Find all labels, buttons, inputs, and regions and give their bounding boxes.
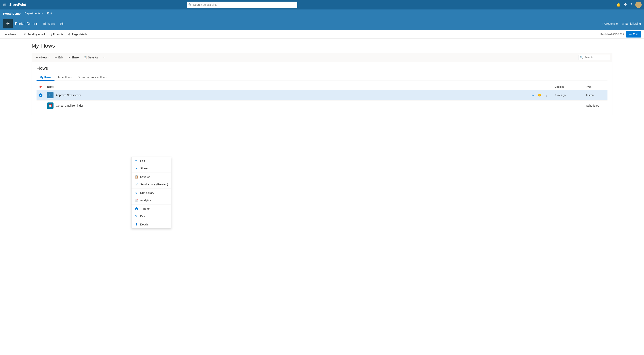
flows-search-icon: 🔍: [580, 56, 583, 59]
star-icon: ☆: [622, 22, 624, 25]
row-type-cell: Instant: [584, 90, 608, 100]
search-container: 🔍: [187, 2, 297, 8]
page-details-label: Page details: [72, 33, 87, 36]
not-following-button[interactable]: ☆ Not following: [622, 22, 641, 25]
context-saveas-icon: 📋: [135, 175, 138, 179]
suite-navigation: Portal Demo Departments ▼ Edit: [0, 10, 644, 17]
edit-pencil-icon: ✏: [630, 33, 632, 36]
col-header-pin: 📌: [36, 84, 45, 90]
tab-my-flows[interactable]: My flows: [36, 74, 54, 81]
context-saveas-label: Save As: [140, 175, 150, 178]
departments-label: Departments: [24, 12, 40, 15]
flows-saveas-icon: 📋: [84, 56, 87, 59]
create-site-button[interactable]: + Create site: [602, 22, 618, 25]
flows-new-chevron-icon: ▼: [48, 56, 50, 58]
site-name-link[interactable]: Portal Demo: [3, 12, 20, 15]
flows-table: 📌 Name Modified Type ✓: [36, 84, 608, 111]
site-header-right: + Create site ☆ Not following: [602, 22, 641, 25]
flow-more-options-button[interactable]: ⋮: [544, 92, 549, 98]
flows-share-button[interactable]: ↗ Share: [66, 55, 80, 60]
flow-share-button[interactable]: 🤝: [536, 93, 542, 98]
context-edit-icon: ✏: [135, 159, 138, 163]
context-share-icon: ↗: [135, 167, 138, 170]
flows-edit-button[interactable]: ✏ Edit: [53, 55, 65, 60]
departments-chevron-icon: ▼: [41, 12, 43, 14]
page-content: My Flows + + New ▼ ✏ Edit ↗ Share 📋 Save…: [0, 39, 644, 355]
table-row: ⏰ Get an email reminder Scheduled: [36, 100, 608, 111]
flows-saveas-button[interactable]: 📋 Save As: [82, 55, 100, 60]
nav-birthdays[interactable]: Birthdays: [43, 22, 55, 25]
tab-team-flows[interactable]: Team flows: [54, 74, 75, 81]
flows-webpart-toolbar: + + New ▼ ✏ Edit ↗ Share 📋 Save As ··· 🔍: [32, 53, 612, 62]
row-name-cell: ⏰ Get an email reminder: [45, 100, 528, 111]
flows-search-input[interactable]: [584, 56, 608, 59]
published-date: Published 8/13/2019: [600, 33, 624, 36]
context-menu: ✏ Edit ↗ Share 📋 Save As 📄 Send a cop: [131, 157, 171, 228]
flows-heading: Flows: [36, 66, 608, 71]
nav-edit[interactable]: Edit: [60, 22, 64, 25]
context-turn-off-label: Turn off: [140, 207, 150, 210]
flows-saveas-label: Save As: [88, 56, 98, 59]
context-edit-label: Edit: [140, 159, 145, 162]
row-name-cell: S Approve NewsLetter: [45, 90, 528, 100]
flows-share-icon: ↗: [68, 56, 70, 59]
context-details-label: Details: [140, 223, 149, 226]
row-check-cell: ✓: [36, 90, 45, 100]
context-menu-item-turn-off[interactable]: ⏻ Turn off: [132, 205, 171, 212]
toolbar-right: Published 8/13/2019 ✏ Edit: [600, 31, 641, 38]
flows-new-button[interactable]: + + New ▼: [34, 55, 52, 60]
notifications-icon[interactable]: 🔔: [616, 2, 621, 7]
context-run-history-label: Run history: [140, 191, 154, 194]
page-toolbar: + + New ▼ ✉ Send by email ◁ Promote ⚙ Pa…: [0, 30, 644, 39]
flow-icon: S: [47, 92, 54, 98]
flows-edit-label: Edit: [58, 56, 63, 59]
context-menu-item-saveas[interactable]: 📋 Save As: [132, 173, 171, 181]
help-icon[interactable]: ?: [630, 3, 632, 7]
context-menu-item-run-history[interactable]: ↺ Run history: [132, 189, 171, 197]
table-row: ✓ S Approve NewsLetter ✏: [36, 90, 608, 100]
context-menu-item-analytics[interactable]: 📈 Analytics: [132, 197, 171, 204]
context-delete-icon: 🗑: [135, 214, 138, 218]
flows-edit-icon: ✏: [55, 56, 57, 59]
flows-table-wrapper: 📌 Name Modified Type ✓: [36, 84, 608, 111]
edit-page-button[interactable]: ✏ Edit: [626, 31, 641, 38]
context-menu-item-share[interactable]: ↗ Share: [132, 165, 171, 172]
context-menu-item-edit[interactable]: ✏ Edit: [132, 157, 171, 165]
suite-edit-link[interactable]: Edit: [47, 12, 52, 15]
context-menu-divider-3: [132, 204, 171, 205]
flow-name: Get an email reminder: [56, 104, 83, 107]
context-menu-item-details[interactable]: ℹ Details: [132, 221, 171, 228]
page-details-icon: ⚙: [68, 33, 71, 36]
row-checkbox[interactable]: ✓: [39, 94, 42, 97]
context-send-copy-icon: 📄: [135, 183, 138, 186]
new-button[interactable]: + + New ▼: [3, 32, 21, 37]
search-input[interactable]: [187, 2, 297, 8]
tab-business-process-flows[interactable]: Business process flows: [75, 74, 110, 81]
row-modified-cell: 2 wk ago: [552, 90, 584, 100]
pin-icon: 📌: [39, 86, 42, 88]
promote-button[interactable]: ◁ Promote: [48, 32, 65, 37]
promote-label: Promote: [53, 33, 63, 36]
avatar[interactable]: [635, 2, 642, 8]
waffle-icon[interactable]: ⊞: [2, 2, 7, 8]
app-title: SharePoint: [9, 3, 26, 6]
context-details-icon: ℹ: [135, 223, 138, 226]
context-menu-item-delete[interactable]: 🗑 Delete: [132, 212, 171, 220]
context-send-copy-label: Send a copy (Preview): [140, 183, 168, 186]
site-header: ✈ Portal Demo Birthdays Edit + Create si…: [0, 17, 644, 30]
settings-icon[interactable]: ⚙: [624, 2, 627, 7]
page-details-button[interactable]: ⚙ Page details: [66, 32, 89, 37]
flows-more-label: ···: [103, 56, 105, 59]
flow-edit-button[interactable]: ✏: [531, 93, 535, 98]
send-by-email-button[interactable]: ✉ Send by email: [22, 32, 47, 37]
flows-tabs: My flows Team flows Business process flo…: [36, 74, 608, 81]
context-turn-off-icon: ⏻: [135, 207, 138, 210]
flows-share-label: Share: [71, 56, 78, 59]
row-modified-cell: [552, 100, 584, 111]
flows-more-button[interactable]: ···: [101, 55, 107, 60]
row-actions-cell: [528, 100, 552, 111]
context-share-label: Share: [140, 167, 148, 170]
top-nav-actions: 🔔 ⚙ ?: [616, 2, 642, 8]
departments-dropdown[interactable]: Departments ▼: [24, 12, 43, 15]
context-menu-item-send-copy[interactable]: 📄 Send a copy (Preview): [132, 181, 171, 188]
